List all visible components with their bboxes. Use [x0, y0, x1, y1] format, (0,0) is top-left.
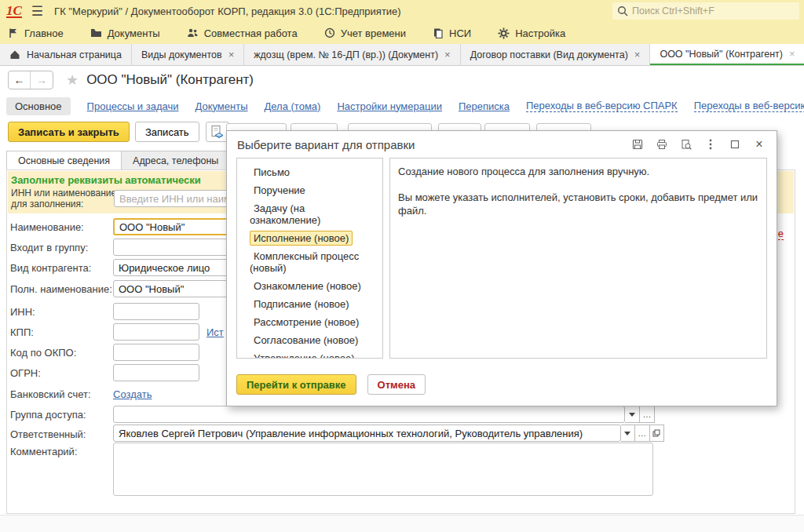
restore-window-icon[interactable] [729, 138, 741, 151]
more-actions-icon[interactable] [704, 138, 717, 151]
form-tab-addresses[interactable]: Адреса, телефоны [121, 151, 229, 170]
send-option[interactable]: Согласование (новое) [237, 331, 382, 349]
history-nav-buttons: ← → [8, 71, 53, 89]
section-link[interactable]: Переписка [459, 100, 510, 112]
chevron-down-icon[interactable] [625, 406, 640, 423]
section-link[interactable]: Основное [6, 97, 71, 115]
responsible-input[interactable] [113, 425, 621, 442]
hamburger-menu-icon[interactable]: ☰ [31, 3, 43, 20]
send-option[interactable]: Ознакомление (новое) [237, 277, 382, 295]
section-link[interactable]: Документы [196, 100, 248, 112]
comment-textarea[interactable] [113, 443, 653, 496]
close-icon[interactable]: × [444, 49, 451, 60]
home-icon [9, 49, 20, 60]
kind-select[interactable] [113, 259, 228, 276]
section-link-label: Дела (тома) [265, 100, 321, 112]
field-label: Наименование: [10, 221, 84, 233]
send-option[interactable]: Исполнение (новое) [237, 229, 382, 247]
main-menu: Главное Документы Совместная работа Учет… [0, 22, 804, 44]
save-and-close-button[interactable]: Записать и закрыть [8, 122, 130, 142]
access-group-input[interactable] [113, 406, 625, 423]
pages-icon [433, 27, 444, 38]
send-option-label: Задачу (на ознакомление) [250, 201, 324, 228]
field-label: Вид контрагента: [10, 262, 91, 274]
window-title: ГК "Меркурий" / Документооборот КОРП, ре… [54, 5, 401, 17]
inn-input[interactable] [113, 303, 199, 320]
menu-item-collaboration[interactable]: Совместная работа [187, 27, 298, 39]
menu-item-time-tracking[interactable]: Учет времени [324, 27, 406, 39]
menu-item-settings[interactable]: Настройка [498, 27, 565, 39]
send-option-label: Ознакомление (новое) [250, 279, 365, 293]
section-link[interactable]: Переходы в веб-версию СПАРК [526, 100, 678, 112]
create-bank-account-link[interactable]: Создать [113, 388, 152, 400]
close-icon[interactable]: × [634, 49, 641, 60]
back-button[interactable]: ← [9, 71, 31, 89]
form-tab-main-info[interactable]: Основные сведения [6, 151, 121, 170]
clock-icon [324, 27, 335, 38]
menu-item-documents[interactable]: Документы [90, 27, 160, 39]
tab-document[interactable]: ждозщ (врем. № 16-ДП (вр.)) (Документ)× [244, 44, 460, 65]
open-item-icon[interactable] [650, 425, 664, 442]
field-label: Группа доступа: [10, 409, 86, 421]
truncated-red-link[interactable]: е [778, 228, 784, 240]
send-options-list: ПисьмоПоручениеЗадачу (на ознакомление)И… [236, 158, 383, 359]
kpp-history-link[interactable]: Ист [206, 326, 224, 338]
chevron-down-icon[interactable] [621, 425, 635, 442]
close-icon[interactable]: × [789, 48, 795, 60]
dialog-titlebar-icons: × [631, 138, 766, 151]
save-button[interactable]: Записать [135, 122, 199, 142]
send-option[interactable]: Задачу (на ознакомление) [237, 199, 382, 229]
section-link-label: Настройки нумерации [337, 100, 442, 112]
section-link-label: Переходы в веб-версию СПАРК [526, 100, 678, 111]
dialog-title: Выберите вариант для отправки [237, 138, 415, 151]
section-link[interactable]: Дела (тома) [265, 100, 321, 112]
field-row-comment: Комментарий: [10, 443, 791, 499]
menu-label: Настройка [515, 27, 565, 39]
close-icon[interactable]: × [753, 138, 766, 151]
section-link[interactable]: Настройки нумерации [337, 100, 442, 112]
ogrn-input[interactable] [113, 364, 199, 381]
close-icon[interactable]: × [228, 49, 235, 60]
okpo-input[interactable] [113, 344, 199, 361]
autofill-label: ИНН или наименование для заполнения: [11, 188, 116, 210]
send-option[interactable]: Утверждение (новое) [237, 349, 382, 359]
send-option[interactable]: Комплексный процесс (новый) [237, 247, 382, 277]
print-icon[interactable] [656, 138, 668, 151]
ellipsis-button[interactable]: … [640, 406, 655, 423]
menu-item-main[interactable]: Главное [8, 27, 64, 39]
cancel-button[interactable]: Отмена [367, 374, 426, 395]
menu-item-nsi[interactable]: НСИ [433, 27, 471, 39]
favorite-star-icon[interactable]: ★ [66, 71, 79, 89]
section-link[interactable]: Процессы и задачи [87, 100, 179, 112]
kpp-input[interactable] [113, 323, 199, 341]
tab-home-page[interactable]: Начальная страница [0, 44, 132, 65]
dialog-footer: Перейти к отправке Отмена [236, 374, 426, 395]
forward-button[interactable]: → [31, 71, 53, 89]
search-input[interactable] [632, 5, 789, 16]
send-option-label: Письмо [250, 165, 294, 180]
tab-label: Договор поставки (Вид документа) [470, 49, 628, 60]
send-option[interactable]: Рассмотрение (новое) [237, 313, 382, 331]
send-option-label: Подписание (новое) [250, 297, 353, 312]
section-link[interactable]: Переходы в веб-версию СПАРК [694, 100, 804, 112]
tab-document-kinds[interactable]: Виды документов× [132, 44, 244, 65]
go-to-send-button[interactable]: Перейти к отправке [236, 374, 356, 395]
send-option[interactable]: Подписание (новое) [237, 295, 382, 313]
send-option-label: Рассмотрение (новое) [250, 315, 363, 330]
save-icon[interactable] [631, 138, 644, 151]
gear-icon [498, 27, 510, 39]
tab-counterparty-active[interactable]: ООО "Новый" (Контрагент)× [650, 44, 804, 65]
window-tabs-bar: Начальная страница Виды документов× ждоз… [0, 44, 804, 66]
field-label: Ответственный: [10, 428, 86, 440]
send-option[interactable]: Письмо [237, 163, 382, 181]
send-option[interactable]: Поручение [237, 181, 382, 199]
tab-supply-contract[interactable]: Договор поставки (Вид документа)× [461, 44, 651, 65]
description-paragraph: Создание нового процесса для заполнения … [398, 165, 758, 178]
section-link-label: Документы [196, 100, 248, 112]
global-search[interactable] [612, 2, 799, 20]
description-paragraph: Вы можете указать исполнителей, установи… [398, 191, 758, 217]
ellipsis-button[interactable]: … [635, 425, 649, 442]
preview-icon[interactable] [680, 138, 693, 151]
status-strip [0, 515, 804, 532]
menu-label: Учет времени [341, 27, 406, 39]
